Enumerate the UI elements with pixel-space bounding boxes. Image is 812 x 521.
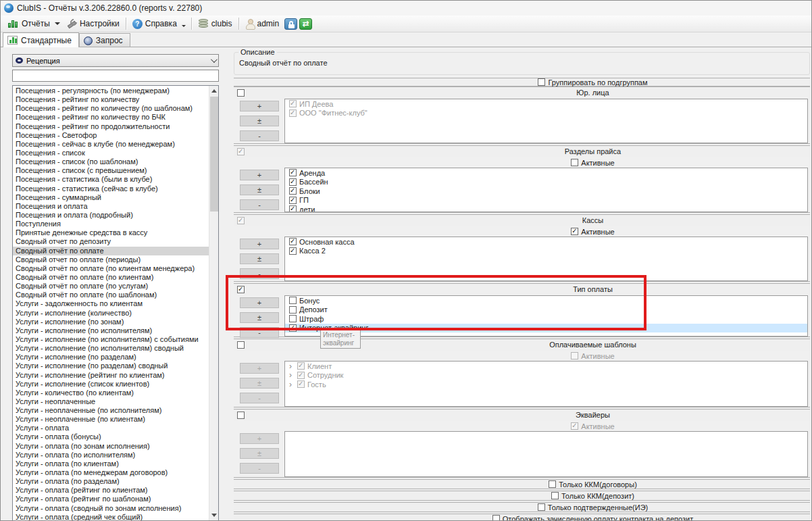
report-list-item[interactable]: Услуги - исполнение (список клиентов)	[13, 380, 209, 389]
help-button[interactable]: ? Справка	[129, 18, 180, 30]
report-list-item[interactable]: Посещения - список (по шаблонам)	[13, 157, 209, 166]
active-checkbox[interactable]	[571, 228, 578, 235]
list-item[interactable]: Бассейн	[285, 178, 807, 187]
item-checkbox[interactable]	[289, 187, 297, 195]
report-list-item[interactable]: Услуги - оплата (по исполнителям)	[13, 451, 209, 460]
list-item[interactable]: дети	[285, 205, 807, 212]
expand-icon[interactable]: ›	[289, 372, 295, 378]
report-list-item[interactable]: Посещения - рейтинг по количеству (по ша…	[13, 104, 209, 113]
add-button[interactable]: +	[240, 297, 279, 308]
remove-button[interactable]: -	[240, 199, 279, 210]
report-list-item[interactable]: Услуги - неоплаченные (по клиентам)	[13, 415, 209, 424]
report-list-item[interactable]: Услуги - оплата (рейтинг по шаблонам)	[13, 495, 209, 503]
report-list-item[interactable]: Посещения - рейтинг по продолжительности	[13, 122, 209, 131]
report-list-item[interactable]: Посещения - регулярность (по менеджерам)	[13, 86, 209, 95]
reports-dropdown-arrow[interactable]	[55, 22, 60, 25]
list-item[interactable]: ГП	[285, 196, 807, 205]
list-item[interactable]: Бонус	[285, 296, 807, 305]
list-item[interactable]: Основная касса	[285, 237, 807, 247]
list-item[interactable]: ›Клиент	[285, 362, 807, 371]
list-item[interactable]: Штраф	[285, 314, 807, 324]
list-item[interactable]: Касса 2	[285, 247, 807, 256]
report-list-item[interactable]: Сводный отчёт по оплате (по клиентам)	[13, 273, 209, 282]
database-button[interactable]: clubis	[195, 18, 236, 30]
expand-icon[interactable]: ›	[289, 381, 295, 388]
section-select-checkbox[interactable]	[237, 286, 245, 293]
report-list-item[interactable]: Посещения - статистика (были в клубе)	[13, 175, 209, 184]
report-list-item[interactable]: Услуги - оплата (по клиентам)	[13, 460, 209, 468]
settings-button[interactable]: Настройки	[63, 17, 123, 30]
remove-button[interactable]: -	[240, 268, 279, 279]
active-checkbox[interactable]	[571, 159, 578, 166]
report-list-item[interactable]: Сводный отчёт по оплате	[13, 247, 209, 255]
report-list-item[interactable]: Услуги - исполнение (количество)	[13, 309, 209, 318]
report-list-item[interactable]: Услуги - оплата (по зонам исполнения)	[13, 442, 209, 451]
report-list-item[interactable]: Посещения - Светофор	[13, 131, 209, 140]
report-list-item[interactable]: Посещения - рейтинг по количеству по БЧК	[13, 113, 209, 122]
report-list-item[interactable]: Услуги - оплата (по разделам)	[13, 477, 209, 486]
report-list-item[interactable]: Посещения и оплата (подробный)	[13, 211, 209, 220]
section-select-checkbox[interactable]	[237, 341, 245, 349]
item-checkbox[interactable]	[289, 247, 297, 255]
list-item[interactable]: ›Сотрудник	[285, 371, 807, 380]
report-list-item[interactable]: Услуги - неоплаченные	[13, 397, 209, 406]
report-list-item[interactable]: Услуги - исполнение (рейтинг по клиентам…	[13, 371, 209, 380]
expand-icon[interactable]: ›	[289, 363, 295, 370]
item-checkbox[interactable]	[289, 238, 297, 245]
tab-standard[interactable]: Стандартные	[3, 32, 79, 47]
report-list-item[interactable]: Сводный отчет по оплате (периоды)	[13, 255, 209, 264]
report-list-item[interactable]: Посещения - статистика (сейчас в клубе)	[13, 184, 209, 193]
option-checkbox[interactable]	[549, 480, 556, 488]
category-combobox[interactable]: Рецепция	[12, 54, 219, 67]
report-list-item[interactable]: Услуги - оплата (средний чек общий)	[13, 513, 209, 521]
list-item[interactable]: Аренда	[285, 168, 807, 178]
section-select-checkbox[interactable]	[237, 89, 245, 97]
report-list-scrollbar[interactable]	[209, 86, 218, 520]
report-list-item[interactable]: Принятые денежные средства в кассу	[13, 228, 209, 237]
item-checkbox[interactable]	[289, 197, 297, 204]
remove-button[interactable]: -	[240, 130, 279, 141]
report-list-item[interactable]: Услуги - оплата (сводный по зонам исполн…	[13, 504, 209, 513]
user-button[interactable]: admin	[242, 18, 283, 30]
report-list-item[interactable]: Посещения - сейчас в клубе (по менеджера…	[13, 140, 209, 149]
tab-query[interactable]: Запрос	[79, 33, 130, 47]
report-list-item[interactable]: Сводный отчёт по оплате (по клиентам мен…	[13, 264, 209, 273]
report-list-item[interactable]: Посещения - список	[13, 149, 209, 157]
reports-button[interactable]: Отчёты	[5, 18, 53, 30]
lock-button[interactable]	[284, 18, 297, 30]
list-item[interactable]: Блоки	[285, 187, 807, 196]
add-button[interactable]: +	[240, 239, 279, 249]
report-list-item[interactable]: Услуги - оплата	[13, 424, 209, 432]
item-checkbox[interactable]	[289, 297, 297, 304]
help-dropdown-arrow[interactable]	[182, 25, 186, 27]
sync-button[interactable]: ⇄	[299, 18, 312, 30]
report-list-item[interactable]: Посещения и оплата	[13, 202, 209, 211]
option-checkbox[interactable]	[538, 503, 545, 511]
report-list-item[interactable]: Услуги - задолженность по клиентам	[13, 299, 209, 308]
scroll-up-icon[interactable]	[211, 89, 217, 93]
toggle-button[interactable]: ±	[240, 312, 279, 323]
toggle-button[interactable]: ±	[240, 184, 279, 195]
report-list-item[interactable]: Услуги - исполнение (по исполнителям)	[13, 326, 209, 335]
list-item[interactable]: ООО "Фитнес-клуб"	[285, 109, 807, 118]
toggle-button[interactable]: ±	[240, 253, 279, 264]
section-select-checkbox[interactable]	[237, 412, 245, 419]
add-button[interactable]: +	[240, 101, 279, 111]
report-list-item[interactable]: Посещения - список (с превышением)	[13, 166, 209, 175]
report-list-item[interactable]: Услуги - исполнение (по исполнителям) с …	[13, 335, 209, 344]
item-checkbox[interactable]	[289, 169, 297, 176]
item-checkbox[interactable]	[289, 178, 297, 186]
report-list-item[interactable]: Сводный отчёт по оплате (по шаблонам)	[13, 291, 209, 299]
item-checkbox[interactable]	[289, 205, 297, 212]
report-list-item[interactable]: Услуги - оплата (рейтинг по клиентам)	[13, 486, 209, 495]
add-button[interactable]: +	[240, 170, 279, 180]
item-checkbox[interactable]	[289, 324, 297, 332]
list-item[interactable]: ›Гость	[285, 380, 807, 389]
report-list-item[interactable]: Услуги - исполнение (по разделам) сводны…	[13, 362, 209, 370]
group-by-subgroups-checkbox[interactable]	[538, 78, 545, 86]
option-checkbox[interactable]	[492, 515, 500, 521]
item-checkbox[interactable]	[289, 315, 297, 322]
report-list-item[interactable]: Сводный отчет по депозиту	[13, 237, 209, 246]
report-list-item[interactable]: Посещения - рейтинг по количеству	[13, 95, 209, 104]
remove-button[interactable]: -	[240, 327, 279, 338]
